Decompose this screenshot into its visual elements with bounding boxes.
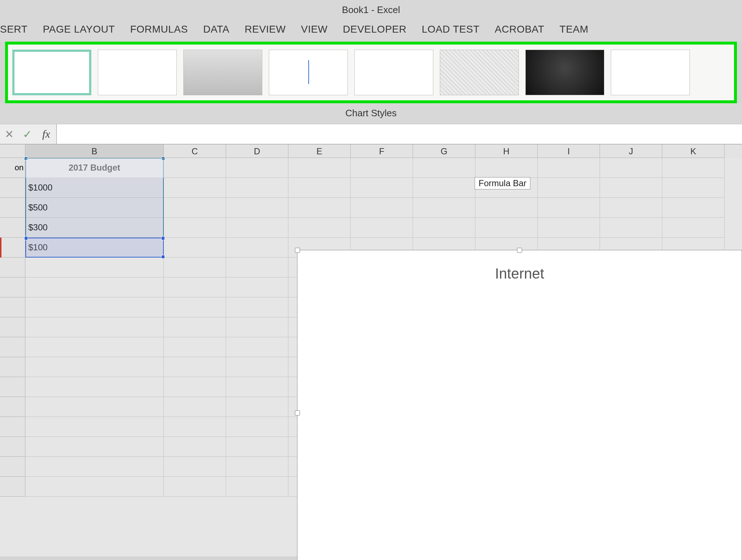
cell-F1[interactable] (351, 158, 413, 178)
cell[interactable] (164, 297, 226, 317)
cell-D2[interactable] (226, 178, 288, 198)
cell[interactable] (226, 437, 288, 457)
row-header-3[interactable] (0, 198, 25, 218)
cell[interactable] (226, 337, 288, 357)
cell-H4[interactable] (475, 218, 538, 238)
cell[interactable] (164, 397, 226, 417)
chart-style-8[interactable] (611, 50, 690, 95)
tab-insert[interactable]: SERT (0, 24, 28, 35)
cell[interactable] (164, 337, 226, 357)
row-header-4[interactable] (0, 218, 25, 238)
cell[interactable] (25, 277, 164, 297)
col-header-I[interactable]: I (538, 145, 600, 158)
cell-F4[interactable] (351, 218, 413, 238)
col-header-E[interactable]: E (288, 145, 351, 158)
cell-H1[interactable] (475, 158, 538, 178)
resize-handle-icon[interactable] (295, 248, 300, 253)
cell-J1[interactable] (600, 158, 662, 178)
tab-team[interactable]: TEAM (559, 24, 588, 35)
cell[interactable] (164, 457, 226, 477)
cell-F3[interactable] (351, 198, 413, 218)
cell-I2[interactable] (538, 178, 600, 198)
cell-I4[interactable] (538, 218, 600, 238)
cell[interactable] (25, 297, 164, 317)
cell-D4[interactable] (226, 218, 288, 238)
cell[interactable] (25, 437, 164, 457)
row-header[interactable] (0, 297, 25, 317)
cell-B3[interactable]: $500 (25, 198, 164, 218)
cell[interactable] (25, 317, 164, 337)
cell-D1[interactable] (226, 158, 288, 178)
cell-C4[interactable] (164, 218, 226, 238)
cell-K3[interactable] (662, 198, 725, 218)
cell-B4[interactable]: $300 (25, 218, 164, 238)
cell[interactable] (226, 397, 288, 417)
cell[interactable] (25, 397, 164, 417)
cell-C3[interactable] (164, 198, 226, 218)
cell-D5[interactable] (226, 238, 288, 258)
cell-C1[interactable] (164, 158, 226, 178)
chart-style-2[interactable] (98, 50, 177, 95)
cell-J2[interactable] (600, 178, 662, 198)
col-header-D[interactable]: D (226, 145, 288, 158)
cell-E4[interactable] (288, 218, 351, 238)
cell[interactable] (25, 417, 164, 437)
cell-I3[interactable] (538, 198, 600, 218)
chart-style-4[interactable] (269, 50, 348, 95)
tab-page-layout[interactable]: PAGE LAYOUT (43, 24, 115, 35)
chart-style-7[interactable] (525, 50, 604, 95)
chart-title[interactable]: Internet (297, 250, 742, 282)
select-all-corner[interactable] (0, 145, 25, 158)
cell-A1-partial[interactable]: on (0, 158, 25, 178)
row-header[interactable] (0, 357, 25, 377)
cell-G1[interactable] (413, 158, 475, 178)
insert-function-icon[interactable]: fx (36, 124, 57, 144)
cell[interactable] (25, 357, 164, 377)
cell-C2[interactable] (164, 178, 226, 198)
row-header[interactable] (0, 457, 25, 477)
row-header[interactable] (0, 437, 25, 457)
tab-formulas[interactable]: FORMULAS (130, 24, 188, 35)
cell-C5[interactable] (164, 238, 226, 258)
cell-J3[interactable] (600, 198, 662, 218)
row-header[interactable] (0, 417, 25, 437)
chart-style-5[interactable] (354, 50, 433, 95)
cell[interactable] (226, 477, 288, 497)
chart-style-6[interactable] (440, 50, 519, 95)
cell[interactable] (226, 317, 288, 337)
row-header[interactable] (0, 258, 25, 277)
tab-load-test[interactable]: LOAD TEST (422, 24, 480, 35)
col-header-G[interactable]: G (413, 145, 475, 158)
cancel-icon[interactable]: ✕ (0, 128, 18, 141)
cell[interactable] (164, 317, 226, 337)
cell-G4[interactable] (413, 218, 475, 238)
col-header-F[interactable]: F (351, 145, 413, 158)
cell[interactable] (164, 377, 226, 397)
tab-acrobat[interactable]: ACROBAT (495, 24, 545, 35)
row-header[interactable] (0, 377, 25, 397)
cell-E3[interactable] (288, 198, 351, 218)
col-header-K[interactable]: K (662, 145, 725, 158)
cell[interactable] (164, 277, 226, 297)
resize-handle-icon[interactable] (517, 248, 522, 253)
cell-K1[interactable] (662, 158, 725, 178)
cell-K2[interactable] (662, 178, 725, 198)
row-header[interactable] (0, 337, 25, 357)
cell-E1[interactable] (288, 158, 351, 178)
cell-B1[interactable]: 2017 Budget (25, 158, 164, 178)
cell-G2[interactable] (413, 178, 475, 198)
tab-data[interactable]: DATA (203, 24, 230, 35)
chart-style-3[interactable] (183, 50, 262, 95)
cell[interactable] (25, 457, 164, 477)
cell-B2[interactable]: $1000 (25, 178, 164, 198)
cell[interactable] (226, 357, 288, 377)
cell[interactable] (226, 377, 288, 397)
cell[interactable] (25, 477, 164, 497)
cell-G3[interactable] (413, 198, 475, 218)
formula-input[interactable] (57, 124, 742, 144)
cell[interactable] (164, 357, 226, 377)
cell-K4[interactable] (662, 218, 725, 238)
row-header-5[interactable] (0, 238, 25, 258)
row-header[interactable] (0, 477, 25, 497)
cell-F2[interactable] (351, 178, 413, 198)
